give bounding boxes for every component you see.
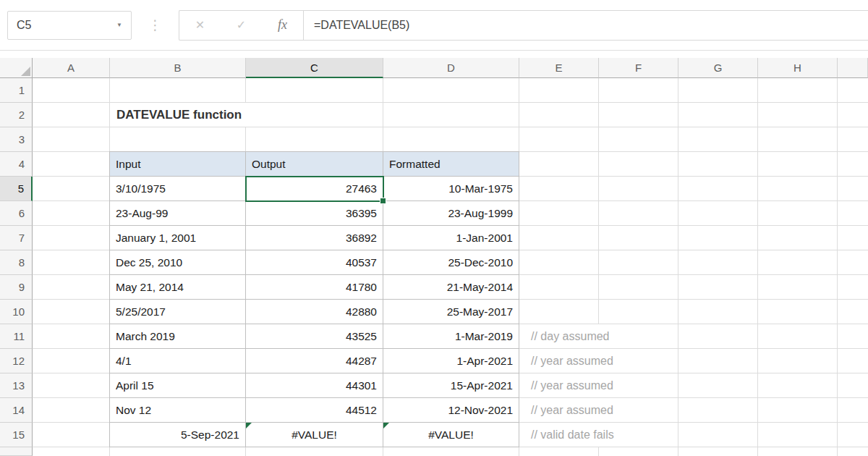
cell-B5[interactable]: 3/10/1975	[109, 177, 246, 201]
row-header-1[interactable]: 1	[0, 78, 33, 103]
cell-C4[interactable]: Output	[246, 151, 383, 177]
cell-D4[interactable]: Formatted	[383, 151, 519, 177]
formula-controls: ✕ ✓ fx =DATEVALUE(B5)	[179, 10, 868, 41]
cell-C9[interactable]: 41780	[246, 275, 383, 300]
cell-C14[interactable]: 44512	[246, 398, 383, 423]
spreadsheet-grid: ABCDEFGH123456789101112131415DATEVALUE f…	[0, 58, 868, 456]
row-header-8[interactable]: 8	[0, 250, 33, 275]
cell-B13[interactable]: April 15	[109, 373, 246, 398]
cell-C15[interactable]: #VALUE!	[246, 423, 383, 447]
cell-B4[interactable]: Input	[109, 151, 246, 177]
row-header-10[interactable]: 10	[0, 300, 33, 324]
column-header-D[interactable]: D	[383, 58, 519, 78]
cell-D11[interactable]: 1-Mar-2019	[383, 324, 519, 349]
cell-E11[interactable]: // day assumed	[519, 324, 617, 348]
cell-D13[interactable]: 15-Apr-2021	[383, 373, 519, 398]
cell-B2[interactable]: DATEVALUE function	[111, 103, 247, 127]
column-header-H[interactable]: H	[758, 58, 838, 78]
row-header-14[interactable]: 14	[0, 398, 33, 423]
gridline	[837, 78, 838, 456]
cell-B12[interactable]: 4/1	[109, 349, 246, 373]
error-indicator-icon	[246, 423, 252, 428]
cell-B7[interactable]: January 1, 2001	[109, 226, 246, 250]
formula-input[interactable]: =DATEVALUE(B5)	[304, 19, 420, 32]
column-header-A[interactable]: A	[33, 58, 110, 78]
column-header-E[interactable]: E	[519, 58, 599, 78]
column-header-F[interactable]: F	[599, 58, 678, 78]
selection-border[interactable]	[245, 176, 384, 202]
row-header-4[interactable]: 4	[0, 152, 33, 177]
cell-D14[interactable]: 12-Nov-2021	[383, 398, 519, 423]
drag-handle-icon: ⋮	[132, 17, 179, 33]
row-header-9[interactable]: 9	[0, 275, 33, 300]
column-header-partial	[838, 58, 868, 78]
gridline	[757, 78, 758, 456]
row-header-6[interactable]: 6	[0, 201, 33, 226]
gridline	[33, 127, 868, 127]
error-indicator-icon	[383, 423, 389, 428]
gridline	[678, 78, 678, 456]
row-header-12[interactable]: 12	[0, 349, 33, 373]
name-box-value: C5	[17, 19, 31, 32]
cell-D6[interactable]: 23-Aug-1999	[383, 201, 519, 226]
cell-D8[interactable]: 25-Dec-2010	[383, 250, 519, 275]
cell-B11[interactable]: March 2019	[109, 324, 246, 349]
cell-B10[interactable]: 5/25/2017	[109, 300, 246, 324]
insert-function-icon[interactable]: fx	[262, 17, 303, 33]
row-header-13[interactable]: 13	[0, 373, 33, 398]
column-header-C[interactable]: C	[246, 58, 383, 78]
cell-B15[interactable]: 5-Sep-2021	[109, 423, 246, 447]
cell-B9[interactable]: May 21, 2014	[109, 275, 246, 300]
chevron-down-icon[interactable]: ▼	[116, 22, 122, 28]
cell-C11[interactable]: 43525	[246, 324, 383, 349]
name-box[interactable]: C5 ▼	[7, 11, 132, 40]
cell-D12[interactable]: 1-Apr-2021	[383, 349, 519, 373]
cell-C8[interactable]: 40537	[246, 250, 383, 275]
cell-C6[interactable]: 36395	[246, 201, 383, 226]
formula-bar: C5 ▼ ⋮ ✕ ✓ fx =DATEVALUE(B5)	[0, 0, 868, 51]
row-header-2[interactable]: 2	[0, 103, 33, 127]
cell-C12[interactable]: 44287	[246, 349, 383, 373]
cell-C7[interactable]: 36892	[246, 226, 383, 250]
row-header-partial	[0, 447, 33, 456]
column-header-G[interactable]: G	[678, 58, 758, 78]
cell-E12[interactable]: // year assumed	[519, 349, 621, 373]
select-all-button[interactable]	[0, 58, 33, 78]
cell-B8[interactable]: Dec 25, 2010	[109, 250, 246, 275]
cell-C13[interactable]: 44301	[246, 373, 383, 398]
cell-E15[interactable]: // valid date fails	[519, 423, 621, 447]
column-header-B[interactable]: B	[110, 58, 246, 78]
row-header-15[interactable]: 15	[0, 423, 33, 447]
enter-check-icon[interactable]: ✓	[221, 18, 262, 32]
row-header-7[interactable]: 7	[0, 226, 33, 250]
fill-handle[interactable]	[380, 198, 386, 204]
cell-C10[interactable]: 42880	[246, 300, 383, 324]
row-header-5[interactable]: 5	[0, 177, 33, 201]
cell-D10[interactable]: 25-May-2017	[383, 300, 519, 324]
cell-B6[interactable]: 23-Aug-99	[109, 201, 246, 226]
cell-E13[interactable]: // year assumed	[519, 373, 621, 397]
row-header-3[interactable]: 3	[0, 127, 33, 152]
spreadsheet-app: C5 ▼ ⋮ ✕ ✓ fx =DATEVALUE(B5) ABCDEFGH123…	[0, 0, 868, 456]
select-all-icon	[21, 67, 30, 76]
cell-D5[interactable]: 10-Mar-1975	[383, 177, 519, 201]
cell-D7[interactable]: 1-Jan-2001	[383, 226, 519, 250]
row-header-11[interactable]: 11	[0, 324, 33, 349]
cell-E14[interactable]: // year assumed	[519, 398, 621, 422]
cell-B14[interactable]: Nov 12	[109, 398, 246, 423]
cell-D9[interactable]: 21-May-2014	[383, 275, 519, 300]
cancel-icon[interactable]: ✕	[179, 18, 221, 32]
cell-D15[interactable]: #VALUE!	[383, 423, 519, 447]
